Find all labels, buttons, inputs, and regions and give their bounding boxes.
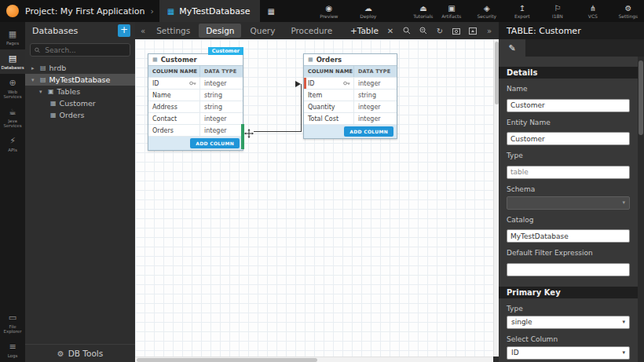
edit-tab[interactable]: ✎ xyxy=(499,39,525,57)
chevron-down-icon[interactable]: ▾ xyxy=(31,77,37,83)
entity-orders-header[interactable]: ▦ Orders xyxy=(304,54,397,66)
tab-procedure[interactable]: Procedure xyxy=(284,24,339,38)
security-icon: ◈ xyxy=(484,4,490,13)
tab-design[interactable]: Design xyxy=(199,24,241,38)
tree-item-hrdb[interactable]: ▸ ▤ hrdb xyxy=(25,62,135,74)
deploy-button[interactable]: ☁ Deploy xyxy=(354,4,382,19)
security-button[interactable]: ◈ Security xyxy=(473,4,501,19)
add-table-button[interactable]: +Table xyxy=(350,26,379,35)
close-icon[interactable]: ✕ xyxy=(386,27,395,35)
entity-customer-header[interactable]: ▦ Customer Customer xyxy=(148,54,243,66)
canvas-horizontal-scrollbar[interactable] xyxy=(135,357,493,362)
design-canvas[interactable]: ▦ Customer Customer COLUMN NAME DATA TYP… xyxy=(135,39,493,357)
column-header-row: COLUMN NAME DATA TYPE xyxy=(304,66,397,78)
column-name: Contact xyxy=(148,113,199,124)
tree-item-mytestdatabase[interactable]: ▾ ▤ MyTestDatabase xyxy=(25,74,135,86)
scrollbar-thumb[interactable] xyxy=(137,358,317,362)
artifacts-icon: ▣ xyxy=(448,4,455,13)
apps-grid-icon[interactable]: ▦ xyxy=(267,7,274,16)
vcs-button[interactable]: ⋔ VCS xyxy=(579,4,607,19)
rail-item-databases[interactable]: ▤ Databases xyxy=(0,49,25,74)
zoom-in-icon[interactable] xyxy=(402,27,412,35)
canvas-vertical-scrollbar[interactable] xyxy=(493,39,499,357)
add-column-button[interactable]: ADD COLUMN xyxy=(344,126,393,137)
table-row-id[interactable]: ID integer xyxy=(148,78,243,90)
select-column-select[interactable]: ID ▾ xyxy=(507,346,630,360)
table-row-quantity[interactable]: Quantity integer xyxy=(304,101,397,113)
catalog-input[interactable] xyxy=(507,229,630,243)
search-input[interactable] xyxy=(43,46,126,55)
move-anchor-icon[interactable] xyxy=(244,126,254,136)
i18n-button[interactable]: ⚐ I18N xyxy=(543,4,572,19)
rail-item-apis[interactable]: ⚡ APIs xyxy=(0,132,25,156)
chevron-right-icon[interactable]: ▸ xyxy=(31,65,37,71)
rail-label: Pages xyxy=(6,41,19,46)
topbar-right-actions: ▣ Artifacts ◈ Security ↥ Export ⚐ I18N ⋔… xyxy=(437,4,644,19)
db-tools-button[interactable]: ⚙ DB Tools xyxy=(25,344,135,362)
tree-item-tables[interactable]: ▾ ▣ Tables xyxy=(25,86,135,97)
rail-label: Web Services xyxy=(1,90,24,99)
name-input[interactable] xyxy=(507,99,630,112)
tree-item-customer[interactable]: ▦ Customer xyxy=(25,97,135,109)
export-diagram-icon[interactable] xyxy=(468,27,478,35)
schema-select[interactable]: ▾ xyxy=(507,196,630,210)
artifacts-button[interactable]: ▣ Artifacts xyxy=(437,4,466,19)
catalog-label: Catalog xyxy=(507,216,630,224)
field-pk-type: Type single ▾ xyxy=(507,305,630,329)
column-type: string xyxy=(199,90,243,101)
export-button[interactable]: ↥ Export xyxy=(508,4,536,19)
table-row-address[interactable]: Address string xyxy=(148,101,243,113)
tabs-scroll-right-icon[interactable]: » xyxy=(485,27,494,35)
rail-label: Databases xyxy=(1,65,24,70)
rail-item-pages[interactable]: ▦ Pages xyxy=(0,25,25,49)
project-label[interactable]: Project: My First Application xyxy=(25,6,145,16)
rail-item-file-explorer[interactable]: ▭ File Explorer xyxy=(0,309,25,338)
column-name: Address xyxy=(148,101,199,112)
tree-item-orders[interactable]: ▦ Orders xyxy=(25,109,135,121)
tutorials-button[interactable]: ⏏ Tutorials xyxy=(409,4,437,19)
sidebar-search xyxy=(30,43,130,57)
i18n-label: I18N xyxy=(552,13,563,19)
databases-icon: ▤ xyxy=(9,54,16,64)
tabs-scroll-left-icon[interactable]: « xyxy=(138,27,148,35)
entity-orders[interactable]: ▦ Orders COLUMN NAME DATA TYPE ID intege… xyxy=(303,53,397,139)
column-name-header: COLUMN NAME xyxy=(148,66,199,77)
table-row-item[interactable]: Item string xyxy=(304,90,397,101)
type-input[interactable] xyxy=(507,166,630,179)
table-row-id[interactable]: ID integer xyxy=(304,78,397,90)
chevron-down-icon[interactable]: ▾ xyxy=(39,89,45,95)
field-default-filter: Default Filter Expression xyxy=(507,249,630,276)
table-icon: ▦ xyxy=(308,57,313,63)
entity-customer[interactable]: ▦ Customer Customer COLUMN NAME DATA TYP… xyxy=(148,53,243,151)
pk-type-select[interactable]: single ▾ xyxy=(507,316,630,329)
scrollbar-thumb[interactable] xyxy=(639,60,643,135)
tab-query[interactable]: Query xyxy=(243,24,282,38)
entity-name-input[interactable] xyxy=(507,132,630,145)
tab-settings[interactable]: Settings xyxy=(149,24,197,38)
table-row-orders[interactable]: Orders integer xyxy=(148,125,243,137)
field-catalog: Catalog xyxy=(507,216,630,243)
type-label: Type xyxy=(507,152,630,159)
settings-button[interactable]: ⚙ Settings xyxy=(614,4,642,19)
entity-footer: ADD COLUMN xyxy=(148,137,243,150)
database-icon: ▤ xyxy=(40,76,46,83)
snapshot-icon[interactable] xyxy=(452,27,461,35)
add-column-button[interactable]: ADD COLUMN xyxy=(190,138,240,148)
table-row-contact[interactable]: Contact integer xyxy=(148,113,243,125)
main-area: « Settings Design Query Procedure +Table… xyxy=(135,22,499,362)
filter-input[interactable] xyxy=(507,263,630,276)
table-row-name[interactable]: Name string xyxy=(148,90,243,101)
rail-item-logs[interactable]: ≡ Logs xyxy=(0,338,25,362)
preview-button[interactable]: ◉ Preview xyxy=(315,4,343,19)
rail-item-web-services[interactable]: ⊕ Web Services xyxy=(0,74,25,103)
app-logo-icon[interactable] xyxy=(6,5,19,17)
database-tab[interactable]: ▦ MyTestDatabase ▦ xyxy=(159,0,260,22)
zoom-out-icon[interactable] xyxy=(419,27,428,35)
tree-label: Orders xyxy=(60,111,85,119)
add-database-button[interactable]: + xyxy=(118,24,130,37)
database-grid-icon: ▦ xyxy=(167,7,174,16)
refresh-icon[interactable]: ↻ xyxy=(435,27,445,35)
table-row-total-cost[interactable]: Total Cost integer xyxy=(304,113,397,125)
inspector-scrollbar[interactable] xyxy=(638,57,644,362)
rail-item-java-services[interactable]: ☕ Java Services xyxy=(0,103,25,132)
